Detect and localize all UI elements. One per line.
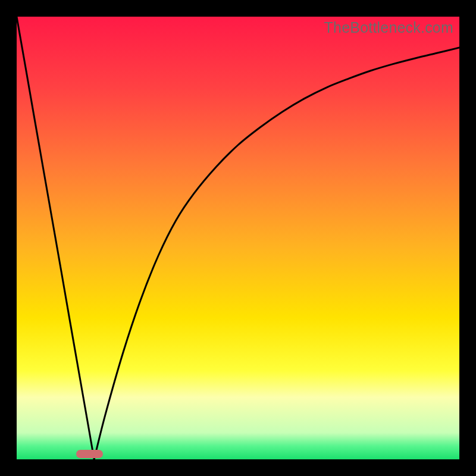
plot-area: TheBottleneck.com (17, 17, 459, 459)
bottleneck-curves (17, 17, 459, 459)
balance-marker (76, 450, 103, 458)
curve-left-branch (17, 17, 94, 459)
chart-frame: TheBottleneck.com (0, 0, 476, 476)
curve-right-branch (94, 48, 459, 459)
